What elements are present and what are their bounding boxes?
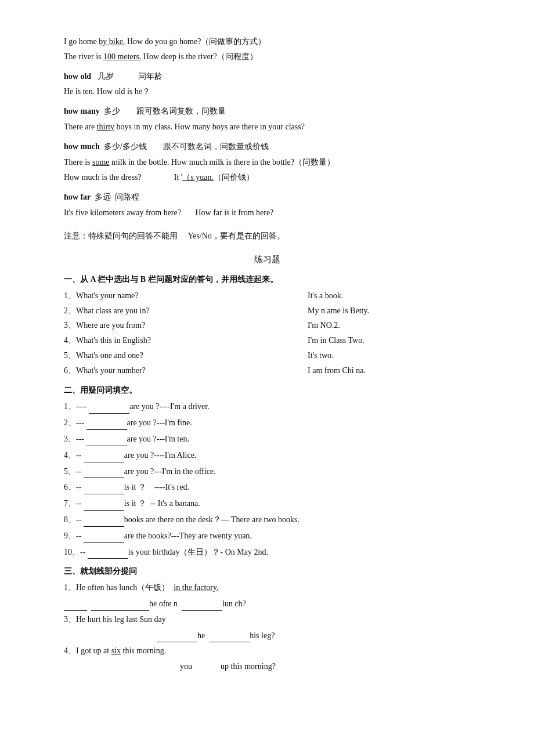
notice-section: 注意：特殊疑问句的回答不能用 Yes/No，要有是在的回答。 [64, 229, 470, 243]
blank-3-1c [182, 596, 222, 611]
intro-line1: I go home by bike. How do you go home?（问… [64, 35, 470, 49]
part2-title: 二、用疑问词填空。 [64, 384, 470, 397]
part1-a4: I'm in Class Two. [308, 334, 470, 348]
part1-row4: 4、What's this in English? I'm in Class T… [64, 334, 470, 348]
part1-q3: 3、Where are you from? [64, 319, 287, 332]
how-much-section: how much 多少/多少钱 跟不可数名词，问数量或价钱 There is s… [64, 140, 470, 185]
part2-item1: 1、---- are you ?----I'm a driver. [64, 399, 470, 414]
blank-2-8 [84, 512, 124, 527]
part1-section: 一、从 A 栏中选出与 B 栏问题对应的答句，并用线连起来。 1、What's … [64, 273, 470, 378]
part2-item6: 6、-- is it ？ ----It's red. [64, 480, 470, 494]
blank-2-10 [88, 545, 128, 559]
part2-section: 二、用疑问词填空。 1、---- are you ?----I'm a driv… [64, 384, 470, 559]
how-far-term: how far [64, 193, 91, 201]
how-many-section: how many 多少 跟可数名词复数，问数量 There are thirty… [64, 104, 470, 134]
part1-q6: 6、What's your number? [64, 364, 287, 378]
blank-2-5 [84, 464, 124, 479]
part1-q5: 5、What's one and one? [64, 349, 287, 363]
part2-item5: 5、-- are you ?---I'm in the office. [64, 464, 470, 479]
how-much-underline: some [92, 158, 110, 167]
blank-3-1b [91, 596, 149, 611]
part3-q4-line1: 4、I got up at six this morning. [64, 644, 470, 658]
part3-q4-line2: you up this morning? [64, 660, 470, 674]
part1-a3: I'm NO.2. [308, 319, 470, 332]
intro-underline1: by bike. [99, 37, 125, 46]
blank-3-3a [157, 628, 197, 643]
part1-a5: It's two. [308, 349, 470, 363]
blank-2-1 [89, 399, 129, 414]
part2-item10: 10、-- is your birthday（生日）？- On May 2nd. [64, 545, 470, 559]
notice-text: 注意：特殊疑问句的回答不能用 Yes/No，要有是在的回答。 [64, 229, 470, 243]
blank-3-3b [209, 628, 250, 643]
part1-row2: 2、What class are you in? My n ame is Bet… [64, 304, 470, 318]
how-old-term: how old [64, 72, 91, 81]
part3-q1-underline: in the factory. [174, 583, 218, 592]
blank-2-7 [84, 496, 124, 511]
part3-title: 三、就划线部分提问 [64, 565, 470, 578]
part1-q2: 2、What class are you in? [64, 304, 287, 318]
blank-2-6 [84, 480, 124, 494]
blank-2-2 [86, 415, 127, 430]
how-old-example: He is ten. How old is he？ [64, 85, 470, 99]
part1-row1: 1、What's your name? It's a book. [64, 289, 470, 303]
blank-2-4 [84, 448, 124, 462]
part2-item9: 9、-- are the books?---They are twenty yu… [64, 529, 470, 543]
how-far-section: how far 多远 问路程 It's five kilometers away… [64, 190, 470, 220]
part2-item8: 8、-- books are there on the desk？— There… [64, 512, 470, 527]
part3-q1-line1: 1、He often has lunch（午饭） in the factory. [64, 581, 470, 595]
intro-underline2: 100 meters. [103, 52, 141, 61]
part1-row5: 5、What's one and one? It's two. [64, 349, 470, 363]
intro-section: I go home by bike. How do you go home?（问… [64, 35, 470, 64]
how-far-term-line: how far 多远 问路程 [64, 190, 470, 204]
how-many-term: how many [64, 107, 100, 115]
part3-q1-line2: he ofte n lun ch? [64, 596, 470, 611]
part1-q4: 4、What's this in English? [64, 334, 287, 348]
how-many-underline: thirty [97, 122, 114, 131]
part1-q1: 1、What's your name? [64, 289, 287, 303]
how-much-example2: How much is the dress? It '（s yuan.（问价钱） [64, 171, 470, 185]
part3-q3-line2: he his leg? [64, 628, 470, 643]
how-much-yuan-underline: （s yuan. [182, 173, 214, 182]
part1-title: 一、从 A 栏中选出与 B 栏问题对应的答句，并用线连起来。 [64, 273, 470, 287]
how-old-term-line: how old 几岁 问年龄 [64, 70, 470, 84]
exercise-title: 练习题 [64, 252, 470, 267]
part3-q3-line1: 3、He hurt his leg last Sun day [64, 613, 470, 627]
how-far-example: It's five kilometers away from here? How… [64, 206, 470, 220]
part2-item7: 7、-- is it ？ -- It's a banana. [64, 496, 470, 511]
how-much-term: how much [64, 142, 100, 151]
part2-item2: 2、--- are you ?---I'm fine. [64, 415, 470, 430]
how-many-example: There are thirty boys in my class. How m… [64, 120, 470, 134]
part3-section: 三、就划线部分提问 1、He often has lunch（午饭） in th… [64, 565, 470, 674]
how-much-example1: There is some milk in the bottle. How mu… [64, 155, 470, 169]
blank-3-1a [64, 596, 87, 611]
part3-q4-underline: six [111, 646, 121, 655]
how-much-term-line: how much 多少/多少钱 跟不可数名词，问数量或价钱 [64, 140, 470, 154]
part1-a6: I am from Chi na. [308, 364, 470, 378]
blank-2-3 [86, 432, 127, 446]
blank-2-9 [84, 529, 124, 543]
how-many-term-line: how many 多少 跟可数名词复数，问数量 [64, 104, 470, 118]
intro-line2: The river is 100 meters. How deep is the… [64, 50, 470, 64]
part1-row3: 3、Where are you from? I'm NO.2. [64, 319, 470, 332]
content-area: I go home by bike. How do you go home?（问… [64, 35, 470, 674]
part2-item4: 4、-- are you ?----I'm Alice. [64, 448, 470, 462]
part1-row6: 6、What's your number? I am from Chi na. [64, 364, 470, 378]
part1-a1: It's a book. [308, 289, 470, 303]
part1-a2: My n ame is Betty. [308, 304, 470, 318]
how-old-section: how old 几岁 问年龄 He is ten. How old is he？ [64, 70, 470, 99]
part2-item3: 3、--- are you ?---I'm ten. [64, 432, 470, 446]
